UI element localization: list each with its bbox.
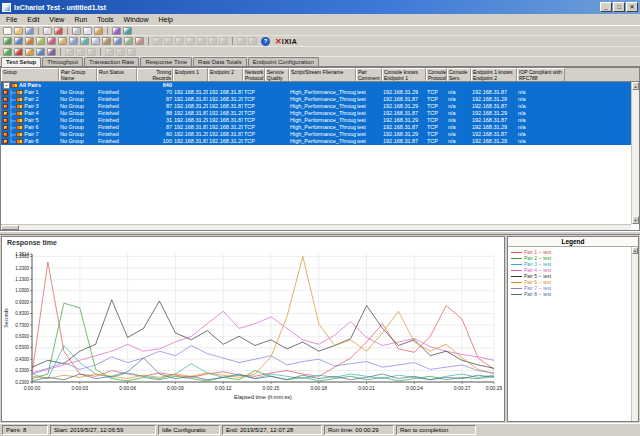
run-test-icon[interactable] — [3, 48, 12, 56]
tab-raw-data-totals[interactable]: Raw Data Totals — [193, 57, 247, 66]
table-row-all-pairs[interactable]: - All Pairs640 — [1, 82, 631, 89]
cell-ep1_knows_ep2: 192.168.31.29 — [471, 96, 517, 103]
add-vpn-pair-icon[interactable] — [25, 37, 34, 45]
legend-scroll-up-icon[interactable]: ▲ — [632, 247, 638, 254]
x-tick-label: 0:00:03 — [71, 385, 88, 391]
collapse-expander-icon[interactable]: - — [3, 82, 10, 89]
column-header-network_protocol[interactable]: Network Protocol — [243, 68, 265, 81]
cell-endpoint1: 192.168.31.29 — [173, 117, 208, 124]
find-icon[interactable] — [123, 27, 132, 35]
table-vertical-scrollbar[interactable]: ▲ ▼ — [631, 82, 639, 224]
tab-endpoint-configuration[interactable]: Endpoint Configuration — [248, 57, 319, 66]
pair-state-icon — [3, 90, 8, 95]
column-header-console_knows_ep1[interactable]: Console knows Endpoint 1 — [382, 68, 426, 81]
tab-throughput[interactable]: Throughput — [42, 57, 83, 66]
poll-endpoints-icon[interactable] — [25, 48, 34, 56]
view-throughput-icon[interactable] — [36, 48, 45, 56]
test-options-icon[interactable] — [135, 37, 144, 45]
column-header-iop_compliant[interactable]: IOP Compliant with RFC788 — [517, 68, 565, 81]
column-header-console_serv_qual[interactable]: Console Serv. Qual. — [447, 68, 471, 81]
column-header-endpoint2[interactable]: Endpoint 2 — [208, 68, 243, 81]
tab-response-time[interactable]: Response Time — [140, 57, 192, 66]
add-voip-pair-icon[interactable] — [47, 37, 56, 45]
minimize-button[interactable]: _ — [600, 2, 612, 12]
column-header-ep1_knows_ep2[interactable]: Endpoint 1 knows Endpoint 2 — [471, 68, 517, 81]
maximize-button[interactable]: □ — [613, 2, 625, 12]
cell-group_name: No Group — [59, 103, 97, 110]
table-row-pair-2[interactable]: ├─ Pair 2No GroupFinished87192.168.31.87… — [1, 96, 631, 103]
column-header-run_status[interactable]: Run Status — [97, 68, 137, 81]
cut-icon[interactable] — [72, 27, 81, 35]
paste-pair-icon[interactable] — [102, 37, 111, 45]
table-row-pair-3[interactable]: ├─ Pair 3No GroupFinished87192.168.31.29… — [1, 103, 631, 110]
chart-pane: Response time 0:00:000:00:030:00:060:00:… — [1, 236, 505, 422]
copy-icon[interactable] — [83, 27, 92, 35]
cell-ep1_knows_ep2: 192.168.31.87 — [471, 89, 517, 96]
undo-icon[interactable] — [112, 27, 121, 35]
table-row-pair-8[interactable]: └─ Pair 8No GroupFinished100192.168.31.8… — [1, 138, 631, 145]
menu-file[interactable]: File — [1, 14, 22, 26]
cell-group_name: No Group — [59, 117, 97, 124]
save-icon[interactable] — [25, 27, 34, 35]
replicate-pair-icon[interactable] — [69, 37, 78, 45]
legend-scrollbar[interactable]: ▲ — [631, 247, 638, 421]
cell-timing_records: 100 — [137, 138, 173, 145]
menu-tools[interactable]: Tools — [92, 14, 118, 26]
column-header-service_quality[interactable]: Service Quality — [265, 68, 289, 81]
table-row-pair-7[interactable]: ├─ Pair 7No GroupFinished60192.168.31.29… — [1, 131, 631, 138]
menu-run[interactable]: Run — [69, 14, 92, 26]
group-ep1-icon — [186, 37, 195, 45]
edit-pair-icon[interactable] — [58, 37, 67, 45]
column-header-script[interactable]: Script/Stream Filename — [289, 68, 356, 81]
table-row-pair-5[interactable]: ├─ Pair 5No GroupFinished31192.168.31.29… — [1, 117, 631, 124]
pair-label: Pair 8 — [24, 138, 38, 145]
column-header-group[interactable]: Group — [1, 68, 59, 81]
menu-view[interactable]: View — [44, 14, 69, 26]
help-icon[interactable]: ? — [261, 37, 270, 46]
table-row-pair-6[interactable]: ├─ Pair 6No GroupFinished87192.168.31.87… — [1, 124, 631, 131]
menu-edit[interactable]: Edit — [22, 14, 44, 26]
scroll-down-icon[interactable]: ▼ — [632, 216, 639, 224]
cell-iop_compliant: n/a — [517, 103, 565, 110]
x-tick-label: 0:00:27 — [454, 385, 471, 391]
series-line-8 — [32, 358, 494, 381]
x-tick-label: 0:00:00 — [24, 385, 41, 391]
menu-help[interactable]: Help — [153, 14, 177, 26]
swap-endpoints-icon[interactable] — [80, 37, 89, 45]
table-row-pair-1[interactable]: ├─ Pair 1No GroupFinished70192.168.31.29… — [1, 89, 631, 96]
legend-item[interactable]: Pair 8 -- test — [511, 291, 637, 297]
cell-endpoint2: 192.168.31.87 — [208, 89, 243, 96]
column-header-console_protocol[interactable]: Console Protocol — [426, 68, 447, 81]
table-horizontal-scrollbar[interactable] — [1, 224, 631, 230]
copy-pair-icon[interactable] — [91, 37, 100, 45]
open-icon[interactable] — [14, 27, 23, 35]
stop-test-icon[interactable] — [14, 48, 23, 56]
tree-branch: └─ — [9, 138, 16, 145]
table-row-pair-4[interactable]: ├─ Pair 4No GroupFinished88192.168.31.87… — [1, 110, 631, 117]
cell-timing_records: 31 — [137, 117, 173, 124]
scrollbar-thumb[interactable] — [1, 225, 19, 230]
paste-icon[interactable] — [94, 27, 103, 35]
add-pair-icon[interactable] — [3, 37, 12, 45]
new-test-icon[interactable] — [3, 27, 12, 35]
print-icon[interactable] — [43, 27, 52, 35]
ixia-port-icon[interactable] — [113, 37, 122, 45]
column-header-pair_comment[interactable]: Pair Comment — [356, 68, 382, 81]
scroll-up-icon[interactable]: ▲ — [632, 82, 639, 90]
column-header-endpoint1[interactable]: Endpoint 1 — [173, 68, 208, 81]
add-multicast-group-icon[interactable] — [14, 37, 23, 45]
menu-window[interactable]: Window — [119, 14, 154, 26]
close-button[interactable]: ✕ — [626, 2, 638, 12]
cell-iop_compliant: n/a — [517, 117, 565, 124]
tab-test-setup[interactable]: Test Setup — [1, 57, 41, 67]
view-response-time-icon[interactable] — [47, 48, 56, 56]
column-header-group_name[interactable]: Pair Group Name — [59, 68, 97, 81]
tab-transaction-rate[interactable]: Transaction Rate — [84, 57, 139, 66]
cell-console_knows_ep1: 192.168.31.29 — [382, 131, 426, 138]
column-header-timing_records[interactable]: Timing Records Completed — [137, 68, 173, 81]
endpoint-pair-list-icon[interactable] — [124, 37, 133, 45]
delete-icon[interactable] — [54, 27, 63, 35]
cell-ep1_knows_ep2: 192.168.31.29 — [471, 124, 517, 131]
add-hardware-pair-icon[interactable] — [36, 37, 45, 45]
y-tick-label: 1.1300 — [15, 277, 29, 282]
